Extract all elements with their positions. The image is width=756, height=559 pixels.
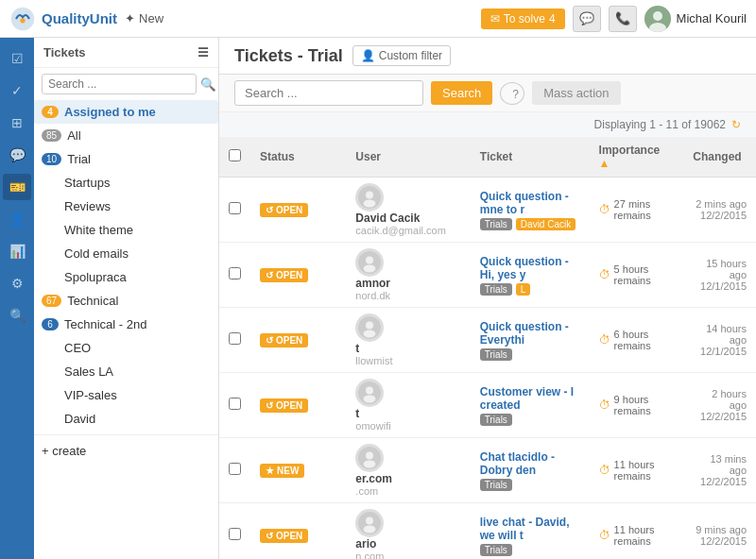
ticket-title[interactable]: Quick question - mne to r bbox=[480, 190, 580, 216]
ticket-title[interactable]: Quick question - Everythi bbox=[480, 320, 580, 347]
ticket-title[interactable]: Quick question - Hi, yes y bbox=[480, 255, 580, 281]
row-checkbox[interactable] bbox=[229, 332, 241, 345]
ticket-tag: Trials bbox=[480, 348, 512, 361]
user-cell: t llowmist bbox=[346, 308, 470, 373]
changed-ago: 2 hours ago bbox=[693, 388, 747, 411]
nav-icon-check[interactable]: ✓ bbox=[3, 77, 31, 104]
ticket-tags: Trials bbox=[480, 479, 580, 491]
mass-action-button[interactable]: Mass action bbox=[532, 81, 620, 105]
ticket-cell: Chat tlacidlo - Dobry den Trials bbox=[471, 438, 590, 503]
left-nav: ☑ ✓ ⊞ 💬 🎫 👤 📊 ⚙ 🔍 bbox=[0, 38, 34, 559]
changed-ago: 14 hours ago bbox=[693, 323, 747, 346]
status-badge: ↺ OPEN bbox=[260, 268, 308, 282]
page-title: Tickets - Trial bbox=[234, 46, 343, 66]
svg-point-22 bbox=[364, 525, 376, 533]
sidebar-item-cold-emails[interactable]: Cold emails bbox=[34, 242, 218, 265]
row-checkbox[interactable] bbox=[229, 528, 241, 540]
nav-icon-chat[interactable]: 💬 bbox=[3, 142, 31, 168]
nav-icon-search[interactable]: 🔍 bbox=[3, 302, 31, 329]
svg-point-12 bbox=[366, 322, 373, 330]
svg-point-19 bbox=[364, 460, 376, 467]
sidebar-item-reviews[interactable]: Reviews bbox=[34, 195, 218, 218]
ticket-tag: Trials bbox=[480, 479, 512, 491]
ticket-tag: Trials bbox=[480, 544, 512, 556]
changed-cell: 13 mins ago 12/2/2015 bbox=[683, 438, 756, 503]
ticket-title[interactable]: live chat - David, we will t bbox=[480, 516, 580, 542]
sidebar-item-spolupraca[interactable]: Spolupraca bbox=[34, 265, 218, 289]
row-checkbox-cell bbox=[219, 373, 250, 438]
ticket-title[interactable]: Customer view - I created bbox=[480, 385, 580, 412]
clock-icon: ⏱ bbox=[599, 464, 610, 477]
table-container: Displaying 1 - 11 of 19062 ↻ Status User… bbox=[219, 112, 756, 559]
filter-icon: 👤 bbox=[361, 49, 375, 62]
ticket-tag: Trials bbox=[480, 283, 512, 296]
refresh-button[interactable]: ↻ bbox=[731, 118, 741, 131]
solve-button[interactable]: ✉ To solve 4 bbox=[481, 8, 565, 29]
changed-ago: 2 mins ago bbox=[693, 198, 747, 210]
status-badge: ★ NEW bbox=[260, 464, 304, 478]
sidebar-search-button[interactable]: 🔍 bbox=[200, 77, 216, 92]
sidebar-item-assigned[interactable]: 4 Assigned to me bbox=[34, 100, 218, 124]
sidebar-item-startups[interactable]: Startups bbox=[34, 171, 218, 195]
status-icon: ↺ bbox=[266, 205, 273, 215]
nav-icon-home[interactable]: ☑ bbox=[3, 45, 31, 72]
user-name: t bbox=[355, 342, 460, 355]
importance-cell: ⏱ 6 hours remains bbox=[590, 308, 684, 373]
sidebar-item-technical[interactable]: 67 Technical bbox=[34, 289, 218, 313]
changed-date: 12/2/2015 bbox=[693, 476, 747, 487]
sidebar-item-reviews-label: Reviews bbox=[64, 199, 111, 213]
nav-icon-tickets[interactable]: 🎫 bbox=[3, 174, 31, 200]
nav-icon-reports[interactable]: 📊 bbox=[3, 238, 31, 264]
row-checkbox[interactable] bbox=[229, 398, 241, 410]
table-row: ↺ OPEN t llowmist Quick question - Every… bbox=[219, 308, 756, 373]
status-icon: ★ bbox=[266, 466, 274, 476]
sidebar-item-trial[interactable]: 10 Trial bbox=[34, 147, 218, 171]
clock-icon: ⏱ bbox=[599, 529, 610, 542]
sidebar-item-vip-sales[interactable]: VIP-sales bbox=[34, 383, 218, 407]
content-area: Tickets - Trial 👤 Custom filter Search ?… bbox=[219, 38, 756, 559]
ticket-tag: Trials bbox=[480, 414, 512, 426]
changed-cell: 2 hours ago 12/2/2015 bbox=[683, 373, 756, 438]
search-button[interactable]: Search bbox=[431, 81, 492, 105]
phone-button[interactable]: 📞 bbox=[609, 6, 637, 32]
col-importance[interactable]: Importance ▲ bbox=[590, 137, 684, 178]
main-layout: ☑ ✓ ⊞ 💬 🎫 👤 📊 ⚙ 🔍 Tickets ☰ 🔍 4 bbox=[0, 38, 756, 559]
sidebar-item-ceo[interactable]: CEO bbox=[34, 336, 218, 360]
sidebar-item-cold-emails-label: Cold emails bbox=[64, 246, 129, 261]
sidebar: Tickets ☰ 🔍 4 Assigned to me 85 All 10 bbox=[34, 38, 219, 559]
custom-filter-button[interactable]: 👤 Custom filter bbox=[352, 45, 451, 66]
user-cell: er.com .com bbox=[346, 438, 470, 503]
importance-cell: ⏱ 9 hours remains bbox=[590, 373, 684, 438]
help-button[interactable]: ? bbox=[500, 82, 524, 105]
sidebar-search-input[interactable] bbox=[42, 74, 197, 94]
sidebar-item-david[interactable]: David bbox=[34, 407, 218, 431]
sidebar-divider bbox=[34, 434, 218, 435]
new-button[interactable]: ✦ New bbox=[125, 11, 163, 25]
sidebar-create-button[interactable]: + create bbox=[34, 439, 218, 463]
user-email: nord.dk bbox=[355, 290, 460, 301]
sidebar-item-technical-2nd[interactable]: 6 Technical - 2nd bbox=[34, 313, 218, 336]
avatar-svg bbox=[358, 447, 381, 469]
nav-icon-settings[interactable]: ⚙ bbox=[3, 270, 31, 296]
select-all-checkbox[interactable] bbox=[229, 149, 241, 161]
nav-icon-grid[interactable]: ⊞ bbox=[3, 110, 31, 136]
create-label: + create bbox=[42, 444, 86, 458]
row-checkbox[interactable] bbox=[229, 202, 241, 214]
sidebar-item-sales-la[interactable]: Sales LA bbox=[34, 360, 218, 383]
user-profile[interactable]: Michal Kouril bbox=[644, 6, 747, 32]
row-checkbox[interactable] bbox=[229, 267, 241, 280]
top-bar-left: QualityUnit ✦ New bbox=[9, 6, 163, 32]
ticket-tags: Trials bbox=[480, 414, 580, 426]
sidebar-item-white-theme[interactable]: White theme bbox=[34, 218, 218, 242]
avatar bbox=[355, 248, 384, 277]
main-search-input[interactable] bbox=[234, 80, 423, 106]
ticket-title[interactable]: Chat tlacidlo - Dobry den bbox=[480, 450, 580, 477]
sidebar-menu-icon[interactable]: ☰ bbox=[198, 45, 209, 59]
chat-button[interactable]: 💬 bbox=[573, 6, 601, 32]
user-name: amnor bbox=[355, 277, 460, 290]
user-cell: David Cacik cacik.d@gmail.com bbox=[346, 178, 470, 243]
row-checkbox[interactable] bbox=[229, 463, 241, 475]
sidebar-item-all[interactable]: 85 All bbox=[34, 124, 218, 147]
technical-badge: 67 bbox=[42, 295, 61, 307]
nav-icon-users[interactable]: 👤 bbox=[3, 206, 31, 232]
